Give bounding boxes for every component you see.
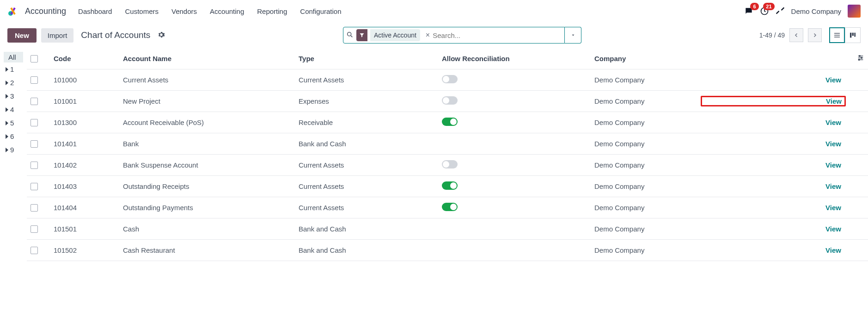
svg-rect-10 (852, 33, 854, 36)
svg-point-15 (861, 57, 862, 59)
control-panel: New Import Chart of Accounts Active Acco… (0, 22, 868, 48)
import-button[interactable]: Import (41, 28, 74, 43)
reconciliation-toggle[interactable] (442, 203, 458, 211)
th-code[interactable]: Code (54, 55, 123, 62)
view-link[interactable]: View (701, 140, 846, 148)
activities-icon[interactable]: 21 (760, 6, 769, 16)
cell-company: Demo Company (594, 97, 701, 105)
row-checkbox[interactable] (31, 204, 38, 212)
svg-rect-7 (834, 35, 840, 35)
view-link[interactable]: View (701, 246, 846, 254)
reconciliation-toggle[interactable] (442, 160, 458, 168)
search-input[interactable] (433, 27, 562, 43)
table-row[interactable]: 101300Account Receivable (PoS)Receivable… (27, 112, 868, 133)
cell-recon (442, 118, 594, 127)
filter-chip[interactable]: Active Account (370, 29, 420, 41)
row-checkbox[interactable] (31, 76, 38, 84)
search-dropdown-button[interactable] (565, 27, 581, 44)
view-link[interactable]: View (701, 225, 846, 233)
messages-icon[interactable]: 6 (744, 6, 753, 16)
reconciliation-toggle[interactable] (442, 96, 458, 105)
sidebar-all[interactable]: All (4, 52, 23, 62)
nav-configuration[interactable]: Configuration (300, 7, 341, 15)
cell-type: Bank and Cash (299, 225, 442, 233)
pager: 1-49 / 49 (759, 27, 861, 43)
row-checkbox[interactable] (31, 247, 38, 254)
company-name[interactable]: Demo Company (791, 7, 841, 15)
view-link[interactable]: View (701, 204, 846, 212)
new-button[interactable]: New (7, 28, 37, 43)
caret-right-icon (6, 148, 8, 152)
sidebar-item[interactable]: 4 (4, 103, 23, 116)
nav-dashboard[interactable]: Dashboard (78, 7, 112, 15)
table-row[interactable]: 101402Bank Suspense AccountCurrent Asset… (27, 155, 868, 176)
th-recon[interactable]: Allow Reconciliation (442, 55, 594, 62)
table-row[interactable]: 101501CashBank and CashDemo CompanyView (27, 218, 868, 240)
table-header: Code Account Name Type Allow Reconciliat… (27, 48, 868, 69)
search-box[interactable]: Active Account × (343, 27, 565, 44)
th-company[interactable]: Company (594, 55, 701, 62)
cell-name: New Project (123, 97, 299, 105)
table-row[interactable]: 101403Outstanding ReceiptsCurrent Assets… (27, 176, 868, 197)
view-link[interactable]: View (701, 118, 846, 126)
view-link[interactable]: View (701, 96, 846, 106)
nav-reporting[interactable]: Reporting (257, 7, 287, 15)
cell-recon (442, 203, 594, 212)
sidebar-item[interactable]: 3 (4, 89, 23, 103)
select-all-checkbox[interactable] (31, 55, 38, 62)
row-checkbox[interactable] (31, 162, 38, 169)
reconciliation-toggle[interactable] (442, 118, 458, 126)
table-row[interactable]: 101001New ProjectExpensesDemo CompanyVie… (27, 91, 868, 112)
nav-customers[interactable]: Customers (125, 7, 159, 15)
view-list-button[interactable] (829, 27, 845, 43)
caret-right-icon (6, 94, 8, 99)
cell-company: Demo Company (594, 204, 701, 212)
reconciliation-toggle[interactable] (442, 75, 458, 83)
reconciliation-toggle[interactable] (442, 224, 458, 232)
view-link[interactable]: View (701, 76, 846, 84)
view-link[interactable]: View (701, 161, 846, 169)
tools-icon[interactable] (776, 6, 785, 17)
columns-settings-icon[interactable] (857, 54, 864, 63)
cell-code: 101403 (54, 182, 123, 190)
nav-vendors[interactable]: Vendors (171, 7, 197, 15)
cell-recon (442, 139, 594, 149)
sidebar: All 1234569 (0, 48, 27, 261)
svg-rect-11 (854, 33, 856, 37)
cell-name: Outstanding Payments (123, 204, 299, 212)
row-checkbox[interactable] (31, 140, 38, 148)
sidebar-item[interactable]: 1 (4, 62, 23, 76)
reconciliation-toggle[interactable] (442, 181, 458, 190)
sidebar-item[interactable]: 5 (4, 116, 23, 130)
table-row[interactable]: 101404Outstanding PaymentsCurrent Assets… (27, 197, 868, 218)
row-checkbox[interactable] (31, 183, 38, 190)
nav-accounting[interactable]: Accounting (210, 7, 244, 15)
pager-next-button[interactable] (808, 28, 822, 42)
cell-name: Current Assets (123, 76, 299, 84)
caret-right-icon (6, 134, 8, 139)
filter-chip-close-icon[interactable]: × (426, 31, 430, 39)
view-link[interactable]: View (701, 182, 846, 190)
th-name[interactable]: Account Name (123, 55, 299, 62)
sidebar-item[interactable]: 2 (4, 76, 23, 89)
th-type[interactable]: Type (299, 55, 442, 62)
avatar[interactable] (848, 5, 861, 18)
cell-company: Demo Company (594, 182, 701, 190)
reconciliation-toggle[interactable] (442, 245, 458, 254)
row-checkbox[interactable] (31, 119, 38, 126)
row-checkbox[interactable] (31, 98, 38, 105)
cell-code: 101501 (54, 225, 123, 233)
pager-prev-button[interactable] (789, 28, 803, 42)
table-row[interactable]: 101401BankBank and CashDemo CompanyView (27, 133, 868, 155)
caret-right-icon (6, 121, 8, 125)
view-kanban-button[interactable] (845, 27, 861, 43)
row-checkbox[interactable] (31, 225, 38, 233)
top-nav: Accounting Dashboard Customers Vendors A… (0, 0, 868, 22)
table-row[interactable]: 101502Cash RestaurantBank and CashDemo C… (27, 240, 868, 261)
gear-icon[interactable] (158, 31, 165, 40)
reconciliation-toggle[interactable] (442, 139, 458, 147)
sidebar-item[interactable]: 6 (4, 130, 23, 143)
cell-code: 101000 (54, 76, 123, 84)
sidebar-item[interactable]: 9 (4, 143, 23, 156)
table-row[interactable]: 101000Current AssetsCurrent AssetsDemo C… (27, 69, 868, 91)
